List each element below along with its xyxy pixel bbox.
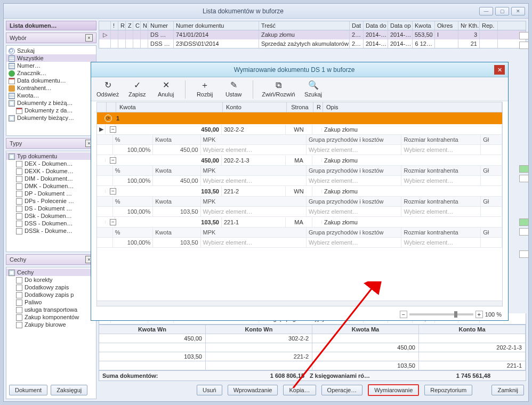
sidebar-item[interactable]: Szukaj <box>6 47 96 54</box>
wybor-tree[interactable]: SzukajWszystkieNumer…Znacznik…Data dokum… <box>6 45 96 136</box>
tree-item[interactable]: Zakup komponentów <box>6 313 96 321</box>
tree-item[interactable]: Do korekty <box>6 276 96 284</box>
tree-item[interactable]: DPs - Polecenie … <box>6 197 96 205</box>
entry-subrow[interactable]: 100,00%103,50Wybierz element…Wybierz ele… <box>97 238 502 247</box>
tree-item[interactable]: DEXK - Dokume… <box>6 167 96 175</box>
toolbar-icon: ＋ <box>200 80 209 90</box>
sidebar-item[interactable]: Znacznik… <box>6 69 96 77</box>
dokument-button[interactable]: Dokument <box>9 385 47 395</box>
typy-tree[interactable]: Typ dokumentuDEX - Dokumen…DEXK - Dokume… <box>6 151 96 252</box>
toolbar-ustaw[interactable]: ✎Ustaw <box>223 80 244 99</box>
zoom-in-button[interactable]: + <box>475 311 483 318</box>
flag-icon <box>519 32 529 39</box>
entry-subrow[interactable]: 100,00%450,00Wybierz element…Wybierz ele… <box>97 145 502 155</box>
toolbar-odśwież[interactable]: ↻Odśwież <box>96 80 119 99</box>
search-icon <box>9 48 15 54</box>
toolbar-icon: ✓ <box>134 80 141 90</box>
tree-item[interactable]: DSSk - Dokume… <box>6 227 96 234</box>
tree-item[interactable]: DP - Dokument … <box>6 190 96 197</box>
zoom-out-button[interactable]: − <box>400 311 407 318</box>
maximize-button[interactable]: ▢ <box>495 7 509 15</box>
usun-button[interactable]: Usuń <box>197 385 222 395</box>
clock-icon: ⟳ <box>104 115 112 122</box>
tree-item[interactable]: usługa transportowa <box>6 306 96 313</box>
tree-item[interactable]: Dodatkowy zapis <box>6 284 96 291</box>
calendar-icon <box>9 78 15 84</box>
sidebar-item[interactable]: Wszystkie <box>6 54 96 62</box>
tree-item[interactable]: DSS - Dokumen… <box>6 220 96 227</box>
sidebar-item[interactable]: Numer… <box>6 62 96 69</box>
entry-group: −103,50221-2WNZakup złomu%KwotaMPKGrupa … <box>97 186 502 217</box>
toolbar-zapisz: ✓Zapisz <box>126 80 148 99</box>
zamknij-button[interactable]: Zamknij <box>491 385 524 395</box>
tree-item[interactable]: DS - Dokument … <box>6 205 96 212</box>
tree-item[interactable]: DSk - Dokumen… <box>6 212 96 220</box>
group-header-row[interactable]: ⟳ 1 <box>97 112 502 124</box>
repozytorium-button[interactable]: Repozytorium <box>424 385 472 395</box>
toolbar-szukaj[interactable]: 🔍Szukaj <box>303 80 324 99</box>
sidebar-item[interactable]: Kwota… <box>6 92 96 99</box>
table-row: 450,00202-2-1-3 <box>99 343 526 352</box>
table-row[interactable]: DSS …23\DSS\01\2014Sprzedaż zażytych aku… <box>99 39 526 48</box>
entry-subheader: %KwotaMPKGrupa przychodów i kosztówRozmi… <box>97 165 502 176</box>
people-icon <box>9 85 15 92</box>
sidebar-item[interactable]: Dokumenty z da… <box>6 107 96 114</box>
toolbar-zwiń/rozwiń[interactable]: ⧉Zwiń/Rozwiń <box>262 80 295 99</box>
sidebar-item[interactable]: Kontrahent… <box>6 84 96 92</box>
entry-headline[interactable]: −103,50221-2WNZakup złomu <box>97 186 502 196</box>
tree-root[interactable]: Cechy <box>6 269 96 276</box>
entry-subheader: %KwotaMPKGrupa przychodów i kosztówRozmi… <box>97 196 502 207</box>
doc-grid-header: ! R Z C N Numer Numer dokumentu Treść Da… <box>99 21 526 30</box>
zaksieguj-button[interactable]: Zaksięguj <box>51 385 87 395</box>
doc-icon <box>16 277 22 284</box>
close-button[interactable]: ✕ <box>511 7 525 15</box>
table-row[interactable]: ▷DS …741/01/2014Zakup złomu2…2014-…2014-… <box>99 30 526 39</box>
entry-subrow[interactable]: 100,00%103,50Wybierz element…Wybierz ele… <box>97 207 502 216</box>
toolbar-icon: ⧉ <box>276 80 281 90</box>
entry-headline[interactable]: −450,00202-2-1-3MAZakup złomu <box>97 155 502 165</box>
tree-item[interactable]: DMK - Dokumen… <box>6 182 96 190</box>
tree-item[interactable]: Paliwo <box>6 298 96 306</box>
cechy-tree[interactable]: CechyDo korektyDodatkowy zapisDodatkowy … <box>6 267 96 399</box>
tree-root[interactable]: Typ dokumentu <box>6 152 96 160</box>
tree-item[interactable]: Dodatkowy zapis p <box>6 291 96 298</box>
modal-title: Wymiarowanie dokumentu DS 1 w buforze <box>94 66 494 74</box>
tree-item[interactable]: DEX - Dokumen… <box>6 160 96 167</box>
cechy-header: Cechy × <box>6 254 96 265</box>
kopia-button[interactable]: Kopia… <box>283 385 316 395</box>
flag-icon <box>519 250 529 258</box>
flag-icon <box>519 175 529 182</box>
tree-item[interactable]: DIM - Dokument… <box>6 175 96 182</box>
wymiarowanie-button[interactable]: Wymiarowanie <box>368 384 419 396</box>
doc-icon <box>16 176 22 182</box>
entries-area[interactable]: ▶−450,00302-2-2WNZakup złomu%KwotaMPKGru… <box>97 124 502 301</box>
entry-headline[interactable]: ▶−450,00302-2-2WNZakup złomu <box>97 124 502 134</box>
flag-green-icon <box>519 165 529 173</box>
doc-grid-body[interactable]: ▷DS …741/01/2014Zakup złomu2…2014-…2014-… <box>99 30 526 48</box>
doc-icon <box>16 314 22 321</box>
entry-subheader: %KwotaMPKGrupa przychodów i kosztówRozmi… <box>97 134 502 145</box>
h-scrollbar[interactable] <box>97 301 502 306</box>
toolbar-icon: ↻ <box>104 80 111 90</box>
sidebar-item[interactable]: Dokumenty bieżący… <box>6 114 96 122</box>
wybor-close[interactable]: × <box>85 34 93 42</box>
table-row: 103,50221-1 <box>99 361 526 370</box>
flag-column <box>519 32 529 258</box>
sidebar-item[interactable]: Dokumenty z bieżą… <box>6 99 96 107</box>
modal-titlebar[interactable]: Wymiarowanie dokumentu DS 1 w buforze ✕ <box>91 62 508 77</box>
zoom-thumb[interactable] <box>454 311 457 318</box>
operacje-button[interactable]: Operacje… <box>321 385 363 395</box>
letter-a-icon <box>9 70 15 77</box>
wprowadzanie-button[interactable]: Wprowadzanie <box>228 385 278 395</box>
entry-headline[interactable]: −103,50221-1MAZakup złomu <box>97 217 502 227</box>
entry-subrow[interactable]: 100,00%450,00Wybierz element…Wybierz ele… <box>97 176 502 185</box>
sidebar-item[interactable]: Data dokumentu… <box>6 77 96 84</box>
doc-icon <box>16 299 22 306</box>
doc-icon <box>16 292 22 298</box>
zoom-track[interactable] <box>409 313 473 315</box>
tree-item[interactable]: Zakupy biurowe <box>6 321 96 328</box>
toolbar-anuluj: ✕Anuluj <box>155 80 176 99</box>
modal-close-button[interactable]: ✕ <box>494 65 505 75</box>
minimize-button[interactable]: — <box>479 7 493 15</box>
zoom-slider[interactable]: − + 100 % <box>400 311 502 318</box>
